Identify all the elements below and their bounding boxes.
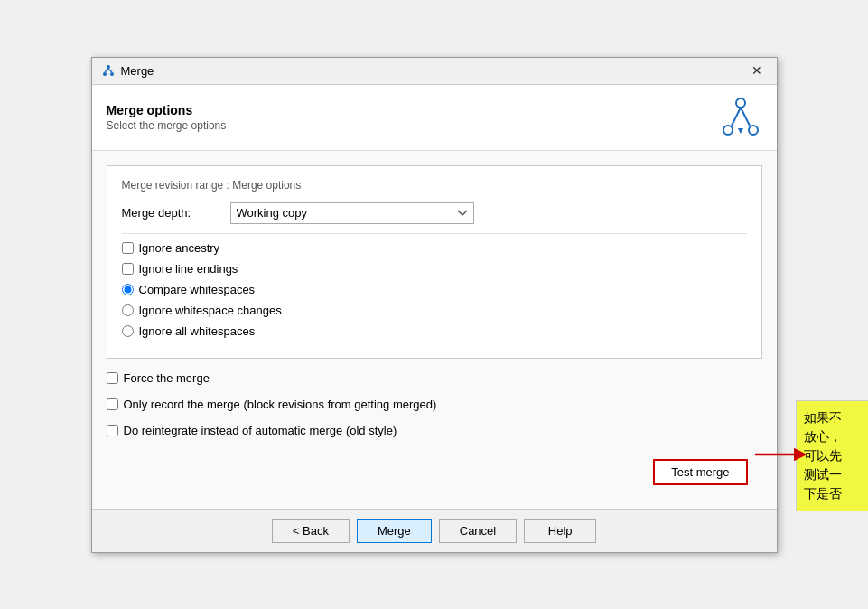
panel-title: Merge revision range : Merge options (122, 179, 747, 192)
window-title: Merge (121, 64, 154, 78)
only-record-row: Only record the merge (block revisions f… (107, 398, 762, 411)
ignore-ws-changes-radio[interactable] (122, 304, 134, 316)
cancel-button[interactable]: Cancel (439, 519, 517, 543)
compare-whitespaces-label[interactable]: Compare whitespaces (139, 283, 256, 296)
force-merge-label[interactable]: Force the merge (124, 371, 210, 385)
svg-point-2 (110, 72, 114, 76)
content-area: Merge revision range : Merge options Mer… (92, 151, 777, 509)
svg-marker-10 (738, 128, 743, 134)
merge-options-panel: Merge revision range : Merge options Mer… (107, 165, 762, 359)
ignore-line-endings-row: Ignore line endings (122, 262, 747, 276)
merge-depth-select[interactable]: Working copy Infinity Immediates Files E… (230, 202, 474, 224)
footer: < Back Merge Cancel Help (92, 509, 777, 552)
test-merge-button[interactable]: Test merge (653, 459, 747, 485)
merge-depth-label: Merge depth: (122, 206, 230, 220)
merge-button[interactable]: Merge (357, 519, 432, 543)
only-record-label[interactable]: Only record the merge (block revisions f… (124, 398, 437, 411)
ignore-ancestry-checkbox[interactable] (122, 242, 134, 254)
ignore-all-ws-label[interactable]: Ignore all whitespaces (139, 324, 256, 338)
reintegrate-row: Do reintegrate instead of automatic merg… (107, 424, 762, 437)
header-title: Merge options (107, 103, 227, 117)
force-merge-section: Force the merge (107, 371, 762, 385)
title-bar: Merge ✕ (92, 58, 777, 85)
svg-line-4 (108, 69, 112, 72)
ignore-line-endings-checkbox[interactable] (122, 263, 134, 275)
svg-point-6 (723, 126, 733, 135)
svg-line-9 (741, 108, 750, 126)
ignore-ws-changes-row: Ignore whitespace changes (122, 304, 747, 317)
compare-whitespaces-radio[interactable] (122, 284, 134, 295)
test-merge-area: Test merge (107, 450, 762, 494)
merge-depth-row: Merge depth: Working copy Infinity Immed… (122, 202, 747, 224)
header-subtitle: Select the merge options (107, 119, 227, 132)
help-button[interactable]: Help (524, 519, 596, 543)
ignore-line-endings-label[interactable]: Ignore line endings (139, 262, 238, 276)
svg-point-5 (736, 98, 745, 108)
reintegrate-checkbox[interactable] (107, 425, 118, 436)
ignore-ancestry-row: Ignore ancestry (122, 241, 747, 255)
window-icon (101, 63, 116, 78)
svg-point-1 (103, 72, 107, 76)
svg-point-0 (107, 65, 110, 69)
annotation-text: 如果不放心，可以先测试一下是否 (804, 410, 842, 501)
svg-point-7 (749, 126, 758, 135)
dialog-header: Merge options Select the merge options (92, 85, 777, 151)
svg-line-3 (105, 69, 108, 72)
ignore-ancestry-label[interactable]: Ignore ancestry (139, 241, 220, 255)
compare-whitespaces-row: Compare whitespaces (122, 283, 747, 296)
close-button[interactable]: ✕ (746, 61, 768, 80)
merge-header-icon (719, 96, 762, 139)
reintegrate-section: Do reintegrate instead of automatic merg… (107, 424, 762, 437)
force-merge-checkbox[interactable] (107, 372, 118, 384)
svg-line-8 (732, 108, 741, 126)
only-record-checkbox[interactable] (107, 398, 118, 410)
ignore-ws-changes-label[interactable]: Ignore whitespace changes (139, 304, 282, 317)
force-merge-row: Force the merge (107, 371, 762, 385)
annotation-arrow (755, 445, 809, 464)
ignore-all-ws-radio[interactable] (122, 325, 134, 337)
ignore-all-ws-row: Ignore all whitespaces (122, 324, 747, 338)
back-button[interactable]: < Back (272, 519, 350, 543)
reintegrate-label[interactable]: Do reintegrate instead of automatic merg… (124, 424, 397, 437)
only-record-section: Only record the merge (block revisions f… (107, 398, 762, 411)
